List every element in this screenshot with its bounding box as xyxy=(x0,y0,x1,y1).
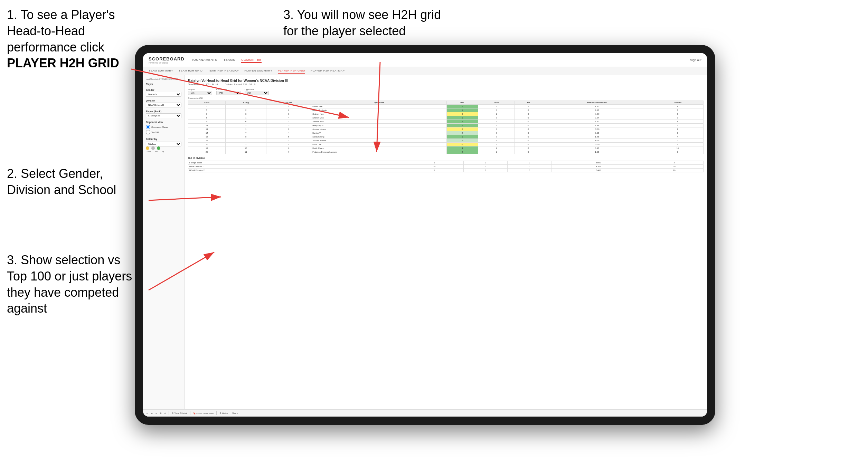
nav-tournaments[interactable]: TOURNAMENTS xyxy=(191,57,217,63)
region-label: Region xyxy=(188,88,212,90)
sub-nav-team-summary[interactable]: TEAM SUMMARY xyxy=(149,68,173,74)
sub-nav-player-summary[interactable]: PLAYER SUMMARY xyxy=(244,68,272,74)
col-rounds: Rounds xyxy=(652,101,704,105)
ood-table-row: NAIA Division 1 15 0 0 9.267 30 xyxy=(188,165,704,169)
table-row: 9 1 4 Sharon Mun 1 0 0 3.67 3 xyxy=(188,116,704,120)
tablet-screen: SCOREBOARD Powered by clippd TOURNAMENTS… xyxy=(143,53,707,417)
undo2-btn[interactable]: ↩ xyxy=(151,412,153,414)
step2-text: 2. Select Gender, Division and School xyxy=(7,166,116,197)
player-rank-select[interactable]: 8. Katelyn Vo xyxy=(146,113,181,118)
table-row: 11 2 5 Heejo Hyun 1 0 0 3.33 3 xyxy=(188,124,704,127)
ood-table-row: NCAA Division 2 5 0 0 7.400 10 xyxy=(188,169,704,172)
conference-filter: Conference (All) xyxy=(216,88,240,95)
gender-label: Gender xyxy=(146,89,181,91)
division-record: Division Record: 331 - 34 - 6 xyxy=(225,83,255,86)
region-select[interactable]: (All) xyxy=(188,91,212,95)
h2h-table: # Div # Reg # Conf Opponent Win Loss Tie… xyxy=(188,101,704,154)
sub-nav-team-h2h-heatmap[interactable]: TEAM H2H HEATMAP xyxy=(208,68,239,74)
dot-level xyxy=(151,146,155,150)
opponent-view-section: Opponent view Opponents Played Top 100 xyxy=(146,121,181,135)
sub-nav-player-h2h-heatmap[interactable]: PLAYER H2H HEATMAP xyxy=(311,68,345,74)
sub-nav-player-h2h-grid[interactable]: PLAYER H2H GRID xyxy=(278,68,305,74)
col-diff: Diff Av Strokes/Rnd xyxy=(542,101,652,105)
radio-top100[interactable]: Top 100 xyxy=(146,130,181,134)
copy-btn[interactable]: ⧉ xyxy=(160,412,161,414)
player-rank-label: Player (Rank) xyxy=(146,110,181,113)
gender-section: Gender Women's xyxy=(146,89,181,97)
table-row: 13 1 1 Jessica Huang 0 0 0 -3.00 2 xyxy=(188,127,704,131)
out-of-division-label: Out of division xyxy=(188,157,704,159)
opponent-view-label: Opponent view xyxy=(146,121,181,123)
redo-btn[interactable]: ↪ xyxy=(155,412,157,414)
colour-label: Colour by xyxy=(146,138,181,140)
nav-links: TOURNAMENTS TEAMS COMMITTEE xyxy=(191,57,690,63)
table-row: 14 7 4 Eunice Yi 2 2 0 0.38 9 xyxy=(188,131,704,135)
player-label: Player xyxy=(146,83,181,85)
main-content: Last Updated: 27/03/2024 16:55:38 Player… xyxy=(143,75,707,409)
instruction-step3-top: 3. You will now see H2H grid for the pla… xyxy=(283,7,456,39)
player-rank-section: Player (Rank) 8. Katelyn Vo xyxy=(146,110,181,118)
col-loss: Loss xyxy=(478,101,515,105)
instruction-step2: 2. Select Gender, Division and School xyxy=(7,166,138,198)
out-of-division-table: Foreign Team 1 0 0 4.500 2 NAIA Division… xyxy=(188,161,704,172)
grid-title: Katelyn Vo Head-to-Head Grid for Women's… xyxy=(188,79,704,83)
division-select[interactable]: NCAA Division III xyxy=(146,103,181,107)
sub-nav: TEAM SUMMARY TEAM H2H GRID TEAM H2H HEAT… xyxy=(143,67,707,75)
dot-up xyxy=(157,146,160,150)
tablet: SCOREBOARD Powered by clippd TOURNAMENTS… xyxy=(135,45,715,425)
table-row: 6 3 3 Sydney Kuo 0 1 0 -1.00 3 xyxy=(188,112,704,116)
table-row: 5 2 2 Alexis Sudjianto 1 0 0 4.00 3 xyxy=(188,108,704,112)
nav-sign-out[interactable]: Sign out xyxy=(690,58,701,62)
sidebar: Last Updated: 27/03/2024 16:55:38 Player… xyxy=(143,75,185,409)
table-row: 15 8 5 Stella Cheng 1 0 0 1.25 4 xyxy=(188,135,704,139)
step1-bold: PLAYER H2H GRID xyxy=(7,56,119,70)
logo-text: SCOREBOARD xyxy=(149,56,185,61)
sub-nav-team-h2h-grid[interactable]: TEAM H2H GRID xyxy=(179,68,202,74)
col-win: Win xyxy=(446,101,478,105)
step1-text: 1. To see a Player's Head-to-Head perfor… xyxy=(7,8,115,54)
col-div: # Div xyxy=(188,101,226,105)
gender-select[interactable]: Women's xyxy=(146,92,181,97)
colour-select[interactable]: Win/loss xyxy=(146,142,181,146)
nav-teams[interactable]: TEAMS xyxy=(224,57,235,63)
col-conf: # Conf xyxy=(266,101,311,105)
toolbar-divider2 xyxy=(190,411,190,415)
watch-btn[interactable]: 👁 Watch xyxy=(219,412,228,414)
colour-labels: Down Level Up xyxy=(146,151,181,153)
grid-area: Katelyn Vo Head-to-Head Grid for Women's… xyxy=(185,75,707,409)
top-nav: SCOREBOARD Powered by clippd TOURNAMENTS… xyxy=(143,53,707,67)
refresh-btn[interactable]: ↺ xyxy=(164,412,166,414)
filter-row: Region (All) Conference (All) Opponent xyxy=(188,88,704,95)
opponent-filter: Opponent (All) xyxy=(245,88,269,95)
conference-select[interactable]: (All) xyxy=(216,91,240,95)
instruction-step1: 1. To see a Player's Head-to-Head perfor… xyxy=(7,7,152,72)
opponent-filter-label: Opponent xyxy=(245,88,269,90)
dot-down xyxy=(146,146,149,150)
logo-sub: Powered by clippd xyxy=(149,61,185,64)
col-reg: # Reg xyxy=(226,101,266,105)
table-row: 18 2 2 Euna Lee 0 0 0 -5.00 2 xyxy=(188,143,704,146)
table-row: 3 1 1 Esther Lee 1 0 1 1.50 4 xyxy=(188,105,704,108)
undo-btn[interactable]: ↩ xyxy=(147,412,148,414)
overall-record: Overall Record: 353 - 34 - 6 xyxy=(188,83,218,86)
toolbar: ↩ ↩ ↪ ⧉ ↺ 👁 View: Original 🔖 Save Custom… xyxy=(143,409,707,417)
table-row: 10 6 3 Andrea York 2 0 0 4.00 4 xyxy=(188,120,704,124)
colour-dots xyxy=(146,146,181,150)
share-btn[interactable]: ↑ Share xyxy=(230,412,238,414)
save-custom-btn[interactable]: 🔖 Save Custom View xyxy=(193,412,214,414)
grid-records: Overall Record: 353 - 34 - 6 Division Re… xyxy=(188,83,704,86)
col-opponent: Opponent xyxy=(311,101,447,105)
opponents-label: Opponents: (All) xyxy=(188,97,704,99)
opponent-select[interactable]: (All) xyxy=(245,91,269,95)
nav-committee[interactable]: COMMITTEE xyxy=(241,57,262,63)
instruction-step3-bottom: 3. Show selection vs Top 100 or just pla… xyxy=(7,252,138,317)
view-original-btn[interactable]: 👁 View: Original xyxy=(172,412,187,414)
division-label: Division xyxy=(146,99,181,102)
division-section: Division NCAA Division III xyxy=(146,99,181,107)
last-updated: Last Updated: 27/03/2024 16:55:38 xyxy=(146,78,181,80)
toolbar-divider xyxy=(169,411,169,415)
step3-bottom-text: 3. Show selection vs Top 100 or just pla… xyxy=(7,253,132,315)
table-row: 16 1 3 Jessica Mason 1 2 0 -0.94 7 xyxy=(188,139,704,143)
table-row: 20 11 7 Federica Domecq Lacroze 2 1 0 1.… xyxy=(188,150,704,154)
radio-opponents-played[interactable]: Opponents Played xyxy=(146,125,181,129)
